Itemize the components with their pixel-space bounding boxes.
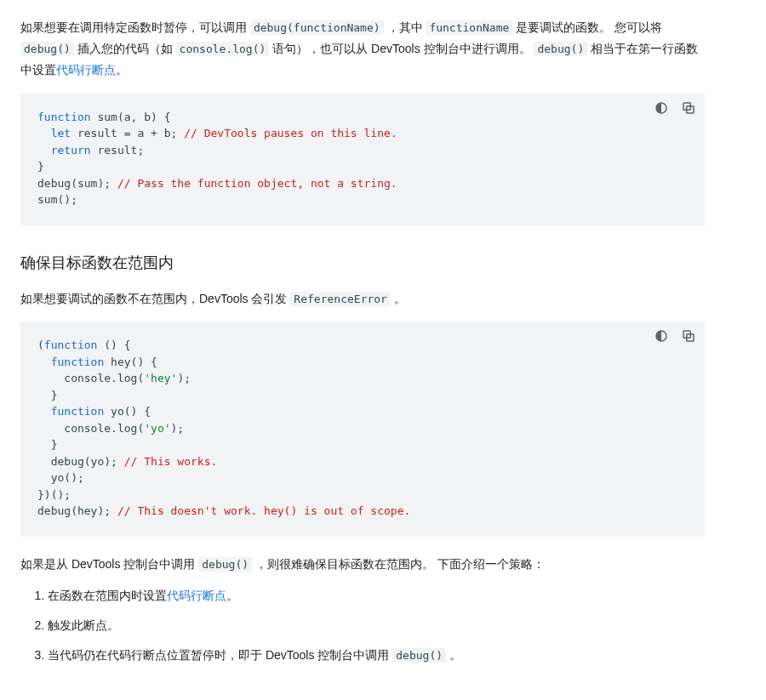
line-breakpoint-link[interactable]: 代码行断点 [167, 589, 226, 602]
list-item: 当代码仍在代码行断点位置暂停时，即于 DevTools 控制台中调用 debug… [48, 645, 705, 666]
text: 如果是从 DevTools 控制台中调用 [20, 557, 198, 571]
inline-code: debug(functionName) [250, 20, 384, 35]
intro-paragraph: 如果想要在调用特定函数时暂停，可以调用 debug(functionName) … [20, 17, 705, 82]
inline-code: debug() [198, 557, 252, 572]
code-actions [654, 100, 696, 116]
theme-toggle-icon[interactable] [654, 328, 669, 344]
text: 。 [394, 292, 406, 305]
inline-code: ReferenceError [290, 292, 391, 306]
text: 当代码仍在代码行断点位置暂停时，即于 DevTools 控制台中调用 [48, 648, 392, 662]
text: ，其中 [387, 20, 426, 34]
copy-icon[interactable] [681, 100, 696, 116]
line-breakpoint-link[interactable]: 代码行断点 [56, 63, 116, 77]
text: 。 [449, 648, 461, 662]
strategy-steps: 在函数在范围内时设置代码行断点。 触发此断点。 当代码仍在代码行断点位置暂停时，… [20, 585, 705, 667]
inline-code: functionName [426, 20, 512, 35]
code-content: (function () { function hey() { console.… [20, 322, 705, 537]
text: 如果想要调试的函数不在范围内，DevTools 会引发 [20, 292, 290, 305]
text: 是要调试的函数。 您可以将 [516, 20, 662, 34]
copy-icon[interactable] [681, 328, 696, 344]
inline-code: debug() [534, 42, 587, 56]
text: 。 [116, 63, 128, 77]
inline-code: debug() [392, 648, 446, 663]
list-item: 在函数在范围内时设置代码行断点。 [48, 585, 705, 606]
inline-code: debug() [20, 42, 74, 56]
inline-code: console.log() [176, 42, 270, 56]
text: 。 [226, 589, 238, 602]
theme-toggle-icon[interactable] [654, 100, 669, 116]
text: 语句），也可以从 DevTools 控制台中进行调用。 [272, 42, 534, 55]
code-block-sum: function sum(a, b) { let result = a + b;… [20, 94, 705, 225]
scope-paragraph: 如果想要调试的函数不在范围内，DevTools 会引发 ReferenceErr… [20, 288, 705, 310]
code-content: function sum(a, b) { let result = a + b;… [20, 94, 705, 225]
code-actions [654, 328, 696, 344]
list-item: 触发此断点。 [48, 615, 705, 636]
section-heading-scope: 确保目标函数在范围内 [20, 249, 705, 276]
closing-paragraph: 如果是从 DevTools 控制台中调用 debug() ，则很难确保目标函数在… [20, 554, 705, 575]
text: 在函数在范围内时设置 [48, 589, 167, 602]
code-block-scope: (function () { function hey() { console.… [20, 322, 705, 537]
text: 如果想要在调用特定函数时暂停，可以调用 [20, 20, 250, 34]
text: ，则很难确保目标函数在范围内。 下面介绍一个策略： [255, 557, 545, 571]
text: 插入您的代码（如 [77, 42, 176, 55]
